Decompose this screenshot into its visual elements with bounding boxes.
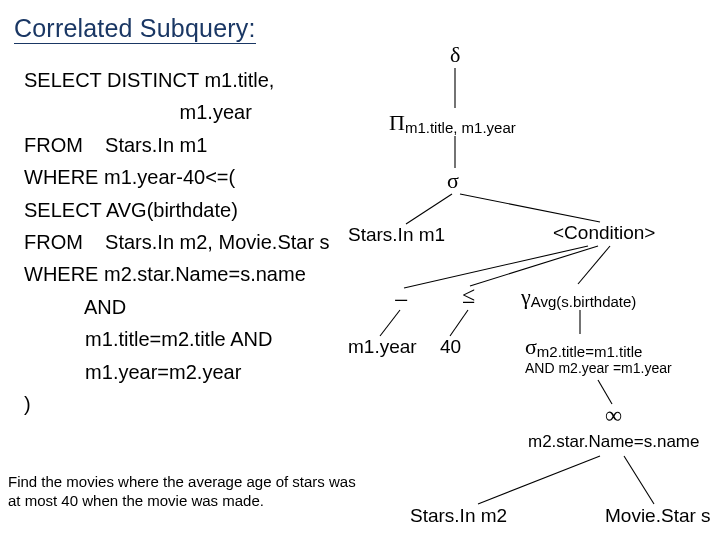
sql-block: SELECT DISTINCT m1.title, m1.year FROM S… — [24, 64, 394, 420]
pi-sub: m1.title, m1.year — [405, 119, 516, 136]
svg-line-12 — [624, 456, 654, 504]
starsin-m1: Stars.In m1 — [348, 224, 445, 246]
sql-line: WHERE m1.year-40<=( — [24, 161, 394, 193]
gamma-op: γ — [521, 284, 531, 309]
sigma2-sub-l1: m2.title=m1.title — [537, 343, 642, 360]
join-op: ∞ — [605, 402, 622, 429]
forty: 40 — [440, 336, 461, 358]
sql-line: WHERE m2.star.Name=s.name — [24, 258, 394, 290]
sigma-op: σ — [447, 168, 459, 194]
moviestar: Movie.Star s — [605, 505, 711, 527]
sql-line: SELECT DISTINCT m1.title, — [24, 64, 394, 96]
page-title: Correlated Subquery: — [14, 14, 256, 44]
gamma-node: γAvg(s.birthdate) — [521, 284, 636, 310]
delta-op: δ — [450, 42, 460, 68]
sigma2-node: σm2.title=m1.title — [525, 334, 642, 360]
sql-line: SELECT AVG(birthdate) — [24, 194, 394, 226]
sql-line: FROM Stars.In m1 — [24, 129, 394, 161]
sql-line: FROM Stars.In m2, Movie.Star s — [24, 226, 394, 258]
svg-line-6 — [578, 246, 610, 284]
join-sub: m2.star.Name=s.name — [528, 432, 700, 452]
gamma-sub: Avg(s.birthdate) — [531, 293, 637, 310]
svg-line-8 — [450, 310, 468, 336]
svg-line-3 — [460, 194, 600, 222]
svg-line-5 — [470, 246, 598, 286]
sql-line: AND — [24, 291, 394, 323]
caption: Find the movies where the average age of… — [8, 472, 358, 510]
pi-node: Πm1.title, m1.year — [389, 110, 516, 136]
svg-line-10 — [598, 380, 612, 404]
starsin-m2: Stars.In m2 — [410, 505, 507, 527]
sigma2-op: σ — [525, 334, 537, 359]
sql-line: m1.year — [24, 96, 394, 128]
m1year: m1.year — [348, 336, 417, 358]
sql-line: ) — [24, 388, 394, 420]
sigma2-sub-l2: AND m2.year =m1.year — [525, 360, 672, 376]
pi-op: Π — [389, 110, 405, 135]
condition-node: <Condition> — [553, 222, 655, 244]
leq-op: ≤ — [462, 282, 475, 309]
sql-line: m1.year=m2.year — [24, 356, 394, 388]
svg-line-4 — [404, 246, 588, 288]
svg-line-11 — [478, 456, 600, 504]
minus-op: − — [394, 286, 409, 316]
sql-line: m1.title=m2.title AND — [24, 323, 394, 355]
svg-line-2 — [406, 194, 452, 224]
